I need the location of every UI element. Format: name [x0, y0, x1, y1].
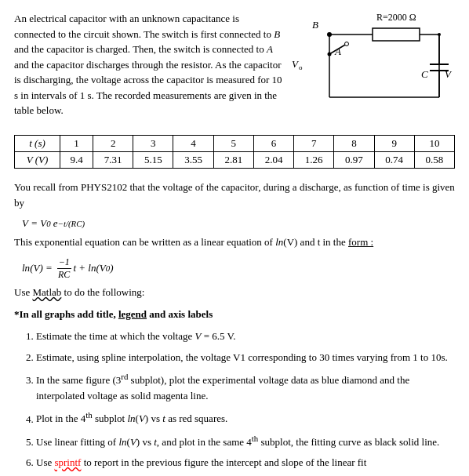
t3-header: 3 [133, 136, 173, 152]
V4-cell: 3.55 [173, 152, 213, 169]
matlab-link: Matlab [32, 286, 61, 298]
table-header-row: t (s) 1 2 3 4 5 6 7 8 9 10 [15, 136, 455, 152]
recall-paragraph: You recall from PHYS2102 that the voltag… [14, 180, 455, 211]
V5-cell: 2.81 [213, 152, 253, 169]
t8-header: 8 [334, 136, 374, 152]
all-graphs-instruction: *In all graphs add title, legend and axi… [14, 307, 455, 322]
fraction-numerator: −1 [57, 256, 71, 268]
t9-header: 9 [374, 136, 414, 152]
description-text: An electrical capacitor with an unknown … [14, 11, 282, 124]
form-link: form : [348, 236, 373, 248]
V10-cell: 0.58 [414, 152, 454, 169]
resistor-symbol [373, 28, 420, 41]
R-label: R=2000 Ω [376, 12, 416, 23]
instruction-6: Use sprintf to report in the previous fi… [36, 455, 455, 471]
t1-header: 1 [60, 136, 93, 152]
legend-underline: legend [118, 308, 147, 320]
switch-A-node [345, 42, 349, 46]
V-label: V [445, 68, 453, 80]
V8-cell: 0.97 [334, 152, 374, 169]
t4-header: 4 [173, 136, 213, 152]
V6-cell: 2.04 [253, 152, 293, 169]
t5-header: 5 [213, 136, 253, 152]
instruction-3: In the same figure (3rd subplot), plot t… [36, 370, 455, 405]
v-formula-exponent: −t/(RC) [58, 219, 85, 228]
ln-V0-var: V [100, 262, 106, 274]
V2-cell: 7.31 [93, 152, 133, 169]
V3-cell: 5.15 [133, 152, 173, 169]
V7-cell: 1.26 [294, 152, 334, 169]
circuit-diagram: R=2000 Ω B A V o [290, 11, 455, 124]
measurements-table: t (s) 1 2 3 4 5 6 7 8 9 10 V (V) 9.4 7.3… [14, 135, 455, 169]
fraction-neg1-RC: −1 RC [56, 256, 71, 280]
t7-header: 7 [294, 136, 334, 152]
circuit-svg: R=2000 Ω B A V o [290, 11, 455, 121]
ln-V-label: ln [22, 262, 30, 274]
instruction-2: Estimate, using spline interpolation, th… [36, 350, 455, 365]
ln-V0-label: ln [88, 262, 96, 274]
sprintf-link: sprintf [54, 456, 81, 468]
V-row-label: V (V) [15, 152, 60, 169]
fraction-denominator: RC [56, 269, 71, 280]
table-data-row: V (V) 9.4 7.31 5.15 3.55 2.81 2.04 1.26 … [15, 152, 455, 169]
description-content: An electrical capacitor with an unknown … [14, 13, 282, 116]
instruction-5: Use linear fitting of ln(V) vs t, and pl… [36, 432, 455, 450]
V9-cell: 0.74 [374, 152, 414, 169]
content-area: You recall from PHYS2102 that the voltag… [14, 180, 455, 471]
data-table: t (s) 1 2 3 4 5 6 7 8 9 10 V (V) 9.4 7.3… [14, 135, 455, 169]
ln-formula: ln(V) = −1 RC t + ln(V0) [22, 256, 455, 280]
ln-V0-sub: 0 [106, 263, 110, 273]
instructions-list: Estimate the time at which the voltage V… [36, 329, 455, 471]
exponential-paragraph: This exponential equation can be written… [14, 234, 455, 250]
recorded-word: recorded [115, 89, 150, 101]
v-formula-V0: V [40, 217, 46, 230]
V1-cell: 9.4 [60, 152, 93, 169]
v-formula-text: V [22, 217, 28, 230]
t2-header: 2 [93, 136, 133, 152]
t10-header: 10 [414, 136, 454, 152]
top-section: An electrical capacitor with an unknown … [14, 11, 455, 124]
C-label: C [421, 68, 428, 80]
ln-V-var: V [33, 262, 39, 274]
B-label: B [312, 19, 318, 31]
V0-sub: 0 [46, 219, 50, 228]
Vo-subscript: o [299, 64, 303, 71]
matlab-paragraph: Use Matlab to do the following: [14, 285, 455, 300]
ln-t-var: t [73, 262, 76, 274]
t6-header: 6 [253, 136, 293, 152]
v-formula: V = V0 e−t/(RC) [22, 217, 455, 230]
instruction-1: Estimate the time at which the voltage V… [36, 329, 455, 344]
instruction-4: Plot in the 4th subplot ln(V) vs t as re… [36, 409, 455, 427]
t-header: t (s) [15, 136, 60, 152]
